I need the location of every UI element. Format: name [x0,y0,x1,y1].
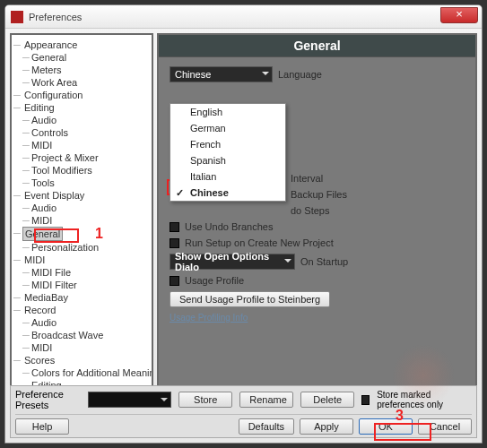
store-button[interactable]: Store [178,392,232,408]
tree-editing-midi[interactable]: MIDI [31,139,150,151]
store-marked-check[interactable] [361,395,370,405]
content-area: Appearance General Meters Work Area Conf… [5,29,482,403]
annotation-1: 1 [95,226,103,242]
tree-record-bcast[interactable]: Broadcast Wave [31,329,150,341]
titlebar[interactable]: Preferences × [5,5,482,29]
tree-editing-audio[interactable]: Audio [31,114,150,126]
tree-editing-tools[interactable]: Tools [31,177,150,189]
tree-mediabay[interactable]: MediaBay [22,291,150,304]
undo-branches-label: Use Undo Branches [185,221,273,232]
preferences-window: Preferences × Appearance General Meters … [4,4,483,444]
tree-appearance-meters[interactable]: Meters [31,64,150,76]
language-dropdown[interactable]: English German French Spanish Italian Ch… [170,103,286,202]
lang-spanish[interactable]: Spanish [170,152,285,168]
close-button[interactable]: × [440,7,478,23]
tree-eventdisplay-audio[interactable]: Audio [31,202,150,214]
language-combo[interactable]: Chinese [170,66,273,82]
tree-appearance-workarea[interactable]: Work Area [31,76,150,89]
language-label: Language [278,69,322,80]
lang-english[interactable]: English [170,104,285,120]
delete-button[interactable]: Delete [300,392,354,408]
lang-french[interactable]: French [170,136,285,152]
tree-scores-colors[interactable]: Colors for Additional Meanings [31,366,150,379]
tree-general-personalization[interactable]: Personalization [31,241,150,254]
tree-eventdisplay[interactable]: Event Display Audio MIDI [22,189,150,227]
apply-button[interactable]: Apply [300,418,353,435]
startup-label: On Startup [300,256,348,267]
steps-label: do Steps [291,205,329,216]
lang-italian[interactable]: Italian [170,168,285,185]
bottom-bar: Preference Presets Store Rename Delete S… [10,385,477,438]
help-button[interactable]: Help [15,418,69,435]
tree-editing-toolmod[interactable]: Tool Modifiers [31,164,150,177]
defaults-button[interactable]: Defaults [239,418,294,435]
preset-combo[interactable] [88,392,171,408]
lang-chinese[interactable]: Chinese [170,185,285,201]
rename-button[interactable]: Rename [239,392,293,408]
app-icon [11,11,23,23]
run-setup-check[interactable] [170,238,179,248]
backup-label: Backup Files [291,189,347,200]
send-usage-button[interactable]: Send Usage Profile to Steinberg [170,291,330,307]
tree-appearance[interactable]: Appearance General Meters Work Area [22,39,150,89]
tree-midi-file[interactable]: MIDI File [31,266,150,279]
tree-general[interactable]: General Personalization [22,227,150,254]
store-marked-label: Store marked preferences only [377,390,472,409]
settings-panel: General Chinese Language Interval Backup… [157,33,477,399]
tree-record[interactable]: Record Audio Broadcast Wave MIDI [22,304,150,354]
ok-button[interactable]: OK [359,418,413,435]
tree-editing[interactable]: Editing Audio Controls MIDI Project & Mi… [22,101,150,189]
cancel-button[interactable]: Cancel [418,418,472,435]
tree-configuration[interactable]: Configuration [22,89,150,101]
run-setup-label: Run Setup on Create New Project [185,237,334,248]
tree-eventdisplay-midi[interactable]: MIDI [31,214,150,227]
tree-appearance-general[interactable]: General [31,51,150,64]
tree-record-audio[interactable]: Audio [31,316,150,329]
tree-midi-filter[interactable]: MIDI Filter [31,279,150,291]
undo-branches-check[interactable] [170,222,179,232]
tree-record-midi[interactable]: MIDI [31,341,150,354]
lang-german[interactable]: German [170,120,285,136]
annotation-3: 3 [396,408,404,424]
panel-heading: General [159,35,475,57]
usage-link[interactable]: Usage Profiling Info [170,313,248,323]
tree-midi[interactable]: MIDI MIDI File MIDI Filter [22,254,150,291]
preset-label: Preference Presets [15,389,81,410]
window-title: Preferences [29,12,82,22]
tree-editing-projectmixer[interactable]: Project & Mixer [31,151,150,164]
usage-profile-label: Usage Profile [185,275,244,286]
startup-combo[interactable]: Show Open Options Dialo [170,254,295,270]
tree-editing-controls[interactable]: Controls [31,126,150,139]
tree-panel[interactable]: Appearance General Meters Work Area Conf… [10,33,153,399]
usage-profile-check[interactable] [170,276,179,286]
interval-label: Interval [291,173,323,184]
